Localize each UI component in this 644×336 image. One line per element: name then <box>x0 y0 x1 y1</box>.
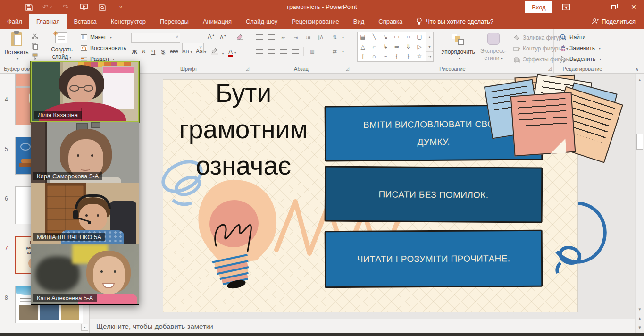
shape-scribble[interactable]: ʃ <box>358 51 368 61</box>
increase-font-size-button[interactable]: А▲ <box>208 33 215 40</box>
next-slide-button[interactable]: ▼▼ <box>636 324 643 331</box>
find-button[interactable]: Найти <box>560 33 585 42</box>
decrease-font-size-button[interactable]: А▼ <box>220 34 226 40</box>
shape-right-brace[interactable]: } <box>403 51 413 61</box>
replace-button[interactable]: abac Заменить▾ <box>560 43 601 53</box>
font-color-button[interactable]: А▾ <box>225 48 239 55</box>
drawing-dialog-launcher[interactable]: ◿ <box>548 67 552 71</box>
tab-review[interactable]: Рецензирование <box>284 14 346 29</box>
thumbnails-scroll-down[interactable]: ▼ <box>81 324 88 331</box>
shape-triangle[interactable]: △ <box>358 42 368 51</box>
shape-line[interactable]: ╲ <box>369 32 379 42</box>
tab-animations[interactable]: Анимация <box>196 14 239 29</box>
close-button[interactable]: × <box>623 0 644 14</box>
shapes-more-button[interactable]: ≡▾ <box>426 52 433 61</box>
highlight-color-button[interactable]: ▾ <box>210 47 224 56</box>
sign-in-button[interactable]: Вход <box>525 1 552 13</box>
align-center-icon[interactable] <box>268 49 275 54</box>
align-text-button[interactable]: ⇅▾ <box>331 33 344 42</box>
vertical-scrollbar[interactable]: ▲ ▼ ▲▲ ▼▼ <box>635 74 644 333</box>
shape-arc[interactable]: ∩ <box>369 51 379 61</box>
scroll-up-arrow[interactable]: ▲ <box>636 76 643 83</box>
underline-button[interactable]: Ч <box>149 48 158 55</box>
shape-right-arrow[interactable]: ⇒ <box>392 42 402 51</box>
collapse-ribbon-button[interactable]: ∧ <box>635 67 639 73</box>
shape-elbow-arrow[interactable]: ↳ <box>380 42 391 51</box>
font-name-combobox[interactable] <box>131 33 180 43</box>
slide-title-textbox[interactable]: Бути грамотним означає <box>166 75 321 184</box>
new-slide-button[interactable]: ✳ Создать слайд▾ <box>47 31 76 66</box>
line-spacing-icon[interactable]: ↕≡ <box>304 34 312 41</box>
tab-help[interactable]: Справка <box>371 14 410 29</box>
minimize-button[interactable]: — <box>579 0 600 14</box>
content-box-2[interactable]: ПИСАТИ БЕЗ ПОМИЛОК. <box>325 166 543 223</box>
shape-rectangle[interactable]: ▭ <box>392 32 402 42</box>
change-case-button[interactable]: Аа▾ <box>194 48 208 55</box>
shape-callout[interactable]: ▷ <box>414 42 425 51</box>
bold-button[interactable]: Ж <box>130 48 139 55</box>
share-button[interactable]: Поделиться <box>588 14 639 29</box>
columns-icon[interactable]: ▥ <box>309 48 316 55</box>
person-mouth <box>81 168 90 171</box>
reset-button[interactable]: Восстановить <box>80 43 126 53</box>
copy-icon[interactable] <box>31 43 39 50</box>
bullets-icon[interactable] <box>256 34 263 40</box>
video-tile-teacher[interactable]: Лілія Казаріна <box>31 61 139 122</box>
slide-canvas[interactable]: Бути грамотним означає ВМІТИ ВИСЛОВЛЮВАТ… <box>163 79 578 312</box>
shape-elbow[interactable]: ⌐ <box>369 42 379 51</box>
arrange-button[interactable]: Упорядочить ▾ <box>439 32 477 67</box>
select-button[interactable]: Выделить▾ <box>560 54 601 64</box>
shape-oval[interactable]: ○ <box>403 32 413 42</box>
tell-me-search[interactable]: Что вы хотите сделать? <box>410 14 500 29</box>
shapes-scroll-up[interactable]: ▲ <box>426 32 433 42</box>
shape-rounded-rectangle[interactable]: ▢ <box>414 32 425 42</box>
character-spacing-button[interactable]: АВ▾ <box>181 49 193 54</box>
shape-arrow[interactable]: ↘ <box>380 32 391 42</box>
notes-pane[interactable]: Щелкните, чтобы добавить заметки <box>90 319 635 333</box>
quick-styles-button[interactable]: Экспресс- стили▾ <box>478 32 509 67</box>
shapes-scroll-down[interactable]: ▼ <box>426 42 433 52</box>
decrease-indent-icon[interactable]: ⇤ <box>280 34 287 41</box>
drawing-group: ▤ ╲ ↘ ▭ ○ ▢ △ ⌐ ↳ ⇒ ⇓ ▷ ʃ ∩ ~ { } ☆ ▲ <box>351 29 554 73</box>
paragraph-dialog-launcher[interactable]: ◿ <box>346 67 349 71</box>
shape-star[interactable]: ☆ <box>414 51 425 61</box>
layout-button[interactable]: Макет▾ <box>80 33 112 42</box>
font-dialog-launcher[interactable]: ◿ <box>246 67 249 71</box>
paste-button[interactable]: Вставить ▾ <box>4 31 29 66</box>
tab-transitions[interactable]: Переходы <box>153 14 196 29</box>
ribbon-display-options-button[interactable] <box>556 0 577 14</box>
cut-icon[interactable] <box>31 33 39 39</box>
italic-button[interactable]: К <box>140 48 148 55</box>
layout-icon <box>80 34 88 41</box>
text-direction-icon[interactable]: ∥A <box>317 34 324 41</box>
quick-styles-label-2: стили <box>485 55 500 61</box>
strikethrough-button[interactable]: abc <box>168 49 180 54</box>
scrollbar-thumb[interactable] <box>636 134 643 150</box>
tab-view[interactable]: Вид <box>346 14 372 29</box>
align-right-icon[interactable] <box>280 49 287 54</box>
video-tile-student-1[interactable]: Кира Саморокова 5-А <box>31 122 139 183</box>
shape-down-arrow[interactable]: ⇓ <box>403 42 413 51</box>
video-tile-student-2[interactable]: МИША ШЕВЧЕНКО 5А <box>31 183 139 244</box>
previous-slide-button[interactable]: ▲▲ <box>636 315 643 322</box>
shape-left-brace[interactable]: { <box>392 51 402 61</box>
tab-insert[interactable]: Вставка <box>67 14 103 29</box>
shape-textbox[interactable]: ▤ <box>358 32 368 42</box>
restore-button[interactable] <box>603 0 624 14</box>
video-tile-student-3[interactable]: Катя Алексеева 5-А <box>31 244 139 305</box>
format-painter-icon[interactable] <box>31 53 39 60</box>
shape-curve[interactable]: ~ <box>380 51 391 61</box>
numbering-icon[interactable] <box>268 34 275 40</box>
align-left-icon[interactable] <box>256 49 263 54</box>
tab-design[interactable]: Конструктор <box>104 14 153 29</box>
text-shadow-button[interactable]: S <box>159 48 167 55</box>
content-box-3[interactable]: ЧИТАТИ І РОЗУМІТИ ПРОЧИТАНЕ. <box>325 230 543 288</box>
tab-home[interactable]: Главная <box>29 14 67 29</box>
tab-slideshow[interactable]: Слайд-шоу <box>239 14 284 29</box>
smartart-convert-button[interactable]: ⇄▾ <box>331 47 344 56</box>
scroll-down-arrow[interactable]: ▼ <box>636 306 643 312</box>
justify-icon[interactable] <box>292 49 299 54</box>
tab-file[interactable]: Файл <box>0 14 29 29</box>
increase-indent-icon[interactable]: ⇥ <box>292 34 300 41</box>
clear-formatting-button[interactable] <box>236 33 243 42</box>
